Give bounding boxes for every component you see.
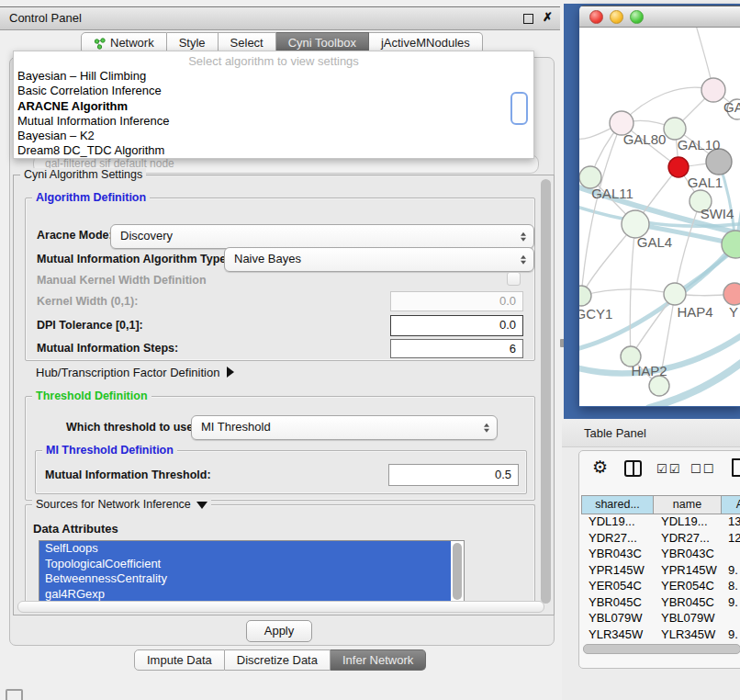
column-header-A[interactable]: A: [721, 495, 740, 514]
network-node-pink-top[interactable]: [701, 78, 725, 102]
tab-infer-network[interactable]: Infer Network: [331, 649, 426, 671]
mi-algorithm-type-select[interactable]: Naive Bayes: [224, 247, 534, 272]
network-node-salmon-right[interactable]: [723, 283, 740, 305]
algorithm-option-dream8-dc-tdc-algorithm[interactable]: Dream8 DC_TDC Algorithm: [14, 143, 533, 158]
table-row[interactable]: YDR27...YDR27...12: [581, 531, 740, 548]
network-edge: [581, 289, 675, 296]
attribute-item-selfloops[interactable]: SelfLoops: [39, 541, 451, 557]
table-cell: 13: [723, 514, 740, 531]
table-cell: YDR27...: [654, 531, 723, 548]
horizontal-scrollbar[interactable]: [17, 601, 544, 613]
network-graph: GALGAL80GAL10GAL1GAL11SWI4GAL4GCY1HAP4YH…: [579, 28, 740, 406]
network-edge-strong: [579, 244, 735, 351]
page-icon[interactable]: [732, 458, 740, 477]
network-node-label-swi4: SWI4: [701, 206, 734, 221]
table-cell: YER054C: [654, 579, 723, 595]
table-horizontal-scrollbar[interactable]: [583, 644, 740, 654]
split-columns-icon[interactable]: [624, 460, 642, 477]
algorithm-option-basic-correlation-inference[interactable]: Basic Correlation Inference: [14, 84, 533, 98]
manual-kernel-label: Manual Kernel Width Definition: [37, 274, 207, 287]
tab-label: Impute Data: [147, 650, 212, 671]
network-node-GCY1[interactable]: [579, 286, 591, 306]
algorithm-option-aracne-algorithm[interactable]: ARACNE Algorithm: [14, 99, 533, 114]
unchecked-columns-icon[interactable]: ☐☐: [690, 462, 715, 476]
attribute-item-gal4rgexp[interactable]: gal4RGexp: [39, 587, 451, 603]
algorithm-definition-group: Algorithm Definition Aracne Mode: Discov…: [25, 198, 535, 361]
table-panel-title: Table Panel: [584, 426, 646, 440]
mi-threshold-input[interactable]: 0.5: [388, 464, 519, 486]
minimize-traffic-light-icon[interactable]: [610, 10, 623, 24]
hub-section-toggle[interactable]: Hub/Transcription Factor Definition: [36, 365, 234, 381]
kernel-width-input[interactable]: 0.0: [390, 291, 523, 311]
network-node-label-gal: GAL: [723, 99, 740, 115]
table-row[interactable]: YBL079WYBL079W: [581, 611, 740, 627]
minimized-panel-icon[interactable]: [6, 689, 23, 700]
network-node-gray-node[interactable]: [706, 149, 732, 175]
data-attributes-list[interactable]: SelfLoopsTopologicalCoefficientBetweenne…: [39, 540, 465, 606]
dpi-tolerance-input[interactable]: 0.0: [390, 315, 523, 336]
table-header-row: shared...nameA: [581, 495, 740, 514]
cyni-settings-panel: Cyni Algorithm Settings Algorithm Defini…: [13, 175, 555, 615]
table-row[interactable]: YDL19...YDL19...13: [581, 514, 740, 531]
algorithm-option-mutual-information-inference[interactable]: Mutual Information Inference: [14, 114, 533, 129]
network-window-titlebar[interactable]: [579, 6, 740, 28]
which-threshold-select[interactable]: MI Threshold: [191, 415, 498, 440]
attribute-item-betweennesscentrality[interactable]: BetweennessCentrality: [39, 571, 451, 587]
mi-algorithm-type-label: Mutual Information Algorithm Type:: [37, 253, 230, 265]
settings-scrollbar[interactable]: [541, 179, 551, 604]
network-node-bottom-node[interactable]: [649, 376, 669, 396]
table-cell: 9.: [723, 627, 740, 644]
apply-button[interactable]: Apply: [246, 620, 312, 642]
table-cell: YPR145W: [581, 563, 654, 580]
algorithm-option-bayesian-k2[interactable]: Bayesian – K2: [14, 129, 533, 143]
mi-threshold-legend: MI Threshold Definition: [42, 444, 177, 457]
network-canvas[interactable]: GALGAL80GAL10GAL1GAL11SWI4GAL4GCY1HAP4YH…: [579, 28, 740, 406]
list-scrollbar[interactable]: [453, 543, 462, 600]
table-cell: [723, 611, 740, 627]
mi-steps-input[interactable]: 6: [390, 339, 523, 358]
gear-icon[interactable]: ⚙: [592, 457, 608, 478]
attribute-item-topologicalcoefficient[interactable]: TopologicalCoefficient: [39, 557, 451, 572]
close-panel-icon[interactable]: ✗: [543, 10, 553, 24]
close-traffic-light-icon[interactable]: [589, 10, 603, 24]
table-row[interactable]: YLR345WYLR345W9.: [581, 627, 740, 644]
table-row[interactable]: YPR145WYPR145W9.: [581, 563, 740, 580]
table-row[interactable]: YBR045CYBR045C9.: [581, 595, 740, 612]
mi-steps-label: Mutual Information Steps:: [37, 342, 178, 355]
table-cell: YBL079W: [581, 611, 654, 627]
network-node-GAL1[interactable]: [668, 157, 689, 177]
tab-impute-data[interactable]: Impute Data: [134, 649, 225, 671]
sources-legend[interactable]: Sources for Network Inference: [32, 498, 211, 511]
algorithm-dropdown-placeholder: Select algorithm to view settings: [14, 51, 533, 69]
network-view-window: GALGAL80GAL10GAL1GAL11SWI4GAL4GCY1HAP4YH…: [579, 6, 740, 407]
table-row[interactable]: YER054CYER054C8.: [581, 579, 740, 595]
zoom-traffic-light-icon[interactable]: [630, 10, 644, 24]
table-cell: YBR045C: [654, 595, 723, 612]
checked-columns-icon[interactable]: ☑☑: [656, 462, 681, 476]
cyni-mode-tabs: Impute DataDiscretize DataInfer Network: [134, 649, 426, 671]
algorithm-dropdown-list: Select algorithm to view settings Bayesi…: [13, 51, 534, 159]
float-panel-icon[interactable]: [523, 14, 533, 24]
table-cell: 8.: [723, 579, 740, 595]
tab-label: Discretize Data: [237, 650, 318, 671]
tab-discretize-data[interactable]: Discretize Data: [225, 649, 331, 671]
table-cell: YBR043C: [654, 547, 723, 563]
threshold-definition-group: Threshold Definition Which threshold to …: [25, 396, 535, 501]
column-header-name[interactable]: name: [653, 495, 722, 514]
collapse-arrow-icon: [196, 502, 207, 509]
stepper-arrows-icon: [484, 423, 489, 433]
expand-arrow-icon: [227, 367, 234, 378]
network-node-label-hap2: HAP2: [631, 363, 667, 378]
aracne-mode-select[interactable]: Discovery: [110, 224, 534, 249]
kernel-width-label: Kernel Width (0,1):: [37, 295, 138, 308]
manual-kernel-checkbox[interactable]: [507, 272, 521, 286]
table-rows: YDL19...YDL19...13YDR27...YDR27...12YBR0…: [581, 514, 740, 649]
network-node-HAP4[interactable]: [664, 283, 686, 305]
sources-legend-text: Sources for Network Inference: [36, 498, 191, 511]
table-row[interactable]: YBR043CYBR043C: [581, 547, 740, 563]
algorithm-option-bayesian-hill-climbing[interactable]: Bayesian – Hill Climbing: [14, 69, 533, 84]
network-node-label-y: Y: [729, 304, 738, 320]
table-panel: ⚙ ☑☑ ☐☐ shared...nameA YDL19...YDL19...1…: [578, 450, 740, 669]
table-cell: YER054C: [581, 579, 654, 595]
column-header-shared...[interactable]: shared...: [581, 495, 654, 514]
